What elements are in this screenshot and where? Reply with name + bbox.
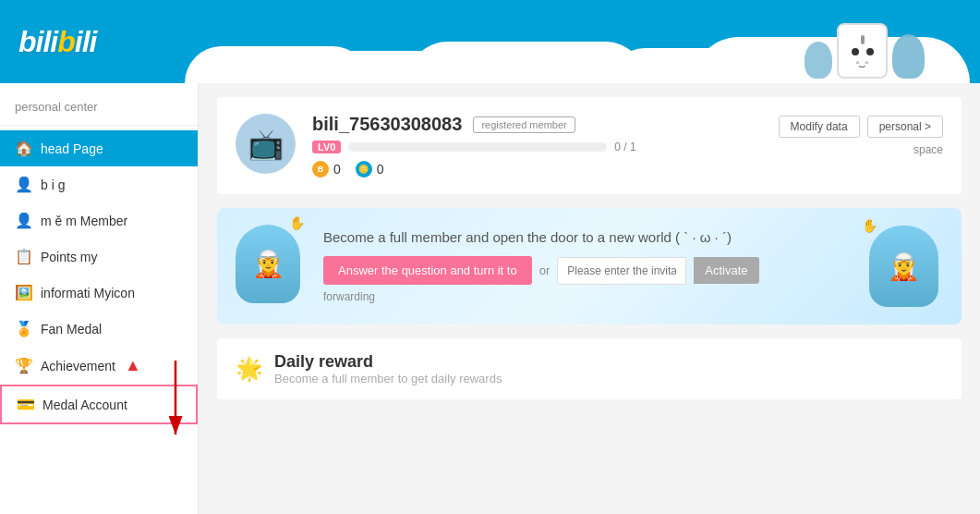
sidebar-item-label: m ě m Member (41, 214, 127, 228)
username: bili_75630308083 (312, 114, 462, 135)
bili-coin-icon: 🪙 (356, 161, 372, 177)
user-avatar: 📺 (236, 114, 296, 174)
sidebar-item-achievement[interactable]: 🏆 Achievement ▲ (0, 347, 198, 385)
banner-content: Become a full member and open the door t… (323, 229, 855, 303)
mascot-decoration: ^‿^ (805, 23, 925, 79)
profile-actions: Modify data personal > space (779, 116, 943, 156)
banner-mascot-left: 🧝 ✋ (236, 225, 309, 308)
sidebar-item-label: Points my (41, 250, 97, 264)
user-icon: 👤 (15, 176, 33, 193)
level-badge: LV0 (312, 141, 341, 153)
sidebar-item-member[interactable]: 👤 m ě m Member (0, 202, 198, 239)
sidebar-item-myicon[interactable]: 🖼️ informati Myicon (0, 275, 198, 311)
achievement-icon: 🏆 (15, 357, 33, 374)
invite-code-input[interactable] (557, 257, 686, 285)
sidebar-item-fan-medal[interactable]: 🏅 Fan Medal (0, 311, 198, 347)
or-label: or (539, 263, 550, 277)
space-label: space (913, 143, 943, 156)
b-coin-value: 0 (333, 162, 341, 177)
currency-row: B 0 🪙 0 (312, 161, 943, 177)
header: bilibili ^‿^ (0, 0, 980, 83)
reward-title: Daily reward (274, 352, 502, 372)
member-badge: registered member (473, 116, 575, 133)
banner-actions: Answer the question and turn it to or Ac… (323, 256, 855, 285)
banner-mascot-right: 🧝 ✋ (869, 226, 943, 307)
daily-reward-section: 🌟 Daily reward Become a full member to g… (217, 338, 962, 399)
activate-button[interactable]: Activate (694, 257, 758, 284)
robot-mascot: ^‿^ (837, 23, 888, 79)
profile-section: 📺 bili_75630308083 registered member LV0… (217, 97, 962, 194)
b-coin-item: B 0 (312, 161, 341, 177)
sidebar-item-big[interactable]: 👤 b i g (0, 166, 198, 202)
sidebar-title: personal center (0, 92, 198, 126)
sidebar-item-label: b i g (41, 177, 65, 192)
b-coin-icon: B (312, 161, 329, 177)
banner-title: Become a full member and open the door t… (323, 229, 855, 245)
main-content: 📺 bili_75630308083 registered member LV0… (199, 83, 980, 514)
exp-text: 0 / 1 (614, 141, 635, 153)
sidebar-item-label: head Page (41, 141, 103, 156)
home-icon: 🏠 (15, 140, 33, 157)
bili-coin-item: 🪙 0 (356, 161, 384, 177)
reward-icon: 🌟 (236, 356, 263, 382)
main-layout: personal center 🏠 head Page 👤 b i g 👤 m … (0, 83, 980, 514)
reward-info: Daily reward Become a full member to get… (274, 352, 502, 386)
member-icon: 👤 (15, 212, 33, 229)
medal-icon: 🏅 (15, 320, 33, 337)
answer-question-button[interactable]: Answer the question and turn it to (323, 256, 532, 285)
sidebar-item-label: informati Myicon (41, 286, 135, 300)
sidebar-item-label: Achievement (41, 359, 115, 373)
action-row: Modify data personal > (779, 116, 943, 138)
sidebar-item-account[interactable]: 💳 Medal Account (0, 385, 198, 424)
points-icon: 📋 (15, 248, 33, 265)
reward-subtitle: Become a full member to get daily reward… (274, 372, 502, 386)
member-banner: 🧝 ✋ Become a full member and open the do… (217, 208, 962, 324)
personal-space-button[interactable]: personal > (867, 116, 943, 138)
account-icon: 💳 (17, 396, 35, 413)
sidebar-item-points[interactable]: 📋 Points my (0, 239, 198, 275)
sidebar: personal center 🏠 head Page 👤 b i g 👤 m … (0, 83, 199, 514)
icon-icon: 🖼️ (15, 284, 33, 301)
sidebar-item-head-page[interactable]: 🏠 head Page (0, 130, 198, 166)
red-arrow-indicator: ▲ (125, 356, 141, 375)
sidebar-item-label: Medal Account (42, 398, 127, 412)
bili-coin-value: 0 (377, 162, 384, 177)
forwarding-text: forwarding (323, 290, 855, 303)
sidebar-item-label: Fan Medal (41, 322, 102, 337)
modify-data-button[interactable]: Modify data (779, 116, 860, 138)
exp-bar (348, 142, 607, 152)
